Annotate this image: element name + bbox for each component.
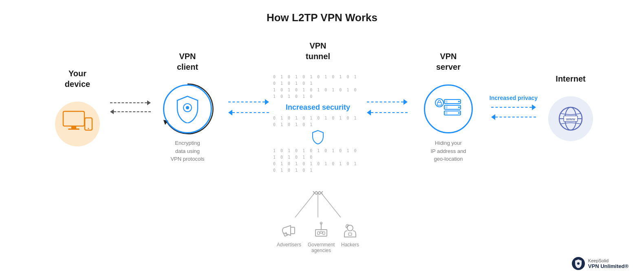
svg-rect-26 [348,233,352,235]
arrow-right-1 [110,100,151,105]
svg-point-43 [577,262,580,265]
government-icon [312,221,330,239]
device-icon [62,111,93,137]
internet-label: Internet [556,73,585,84]
vpn-client-icon-area [163,84,212,133]
advertiser-label: Advertisers [277,242,301,248]
svg-rect-22 [318,232,320,235]
device-column: Yourdevice [45,68,110,146]
tunnel-wrapper: 0 1 0 1 0 1 0 1 0 1 0 1 0 1 0 1 0 1 1 0 … [273,74,363,174]
threat-government: Governmentagencies [308,221,335,253]
svg-point-7 [186,106,189,109]
vpn-client-column: VPNclient Encryptingdata usingVPN protoc… [151,51,224,163]
keepsolid-name: KeepSolid [588,258,629,263]
main-container: How L2TP VPN Works Yourdevice [0,0,644,279]
small-shield-icon-area [311,130,324,146]
svg-rect-1 [71,126,76,128]
vpn-server-column: VPNserver [412,51,485,163]
diagram-area: Yourdevice [0,40,644,174]
svg-point-37 [458,112,460,114]
svg-text:WWW: WWW [566,117,576,121]
threats-section: Advertisers Governmentag [277,185,359,253]
keepsolid-badge: KeepSolid VPN Unlimited® [572,257,629,270]
svg-rect-33 [445,106,448,108]
svg-rect-0 [63,111,84,126]
vpn-tunnel-label: VPNtunnel [306,40,330,62]
increased-privacy-label: Increased privacy [490,95,538,101]
blue-arrow-right-1 [228,99,269,105]
hacker-label: Hackers [341,242,359,248]
internet-icon: WWW [556,104,585,133]
vpn-server-desc: Hiding yourIP address andgeo-location [430,139,466,163]
shield-icon [175,95,200,123]
blue-arrow-left-1 [228,110,269,115]
svg-point-25 [347,225,353,231]
server-icon [434,97,463,121]
small-shield-icon [311,130,324,144]
internet-column: Internet WWW [542,73,599,141]
blue-arrow-right-3 [491,104,536,110]
threat-lines-icon [277,185,359,217]
svg-point-4 [88,128,89,129]
svg-rect-2 [68,128,79,130]
blue-arrow-left-3 [491,114,536,120]
page-title: How L2TP VPN Works [267,11,377,24]
vpn-tunnel-column: VPNtunnel 0 1 0 1 0 1 0 1 0 1 0 1 0 1 0 … [273,40,363,174]
binary-row-4: 1 0 1 0 1 0 1 0 1 0 1 0 1 0 1 0 1 0 [273,148,363,161]
internet-icon-circle: WWW [548,96,593,141]
privacy-block: Increased privacy [485,95,542,120]
keepsolid-product: VPN Unlimited® [588,263,629,269]
vpnclient-to-tunnel-arrows [224,99,273,115]
svg-line-10 [321,193,341,217]
binary-row-5: 0 1 0 1 0 1 0 1 0 1 0 1 0 1 0 1 0 1 [273,161,363,174]
threat-hacker: Hackers [341,221,359,248]
binary-row-1: 0 1 0 1 0 1 0 1 0 1 0 1 0 1 0 1 0 1 [273,74,363,87]
binary-row-2: 1 0 1 0 1 0 1 0 1 0 1 0 1 0 1 0 1 0 [273,87,363,100]
tunnel-to-server-arrows [363,99,412,115]
server-circle [424,84,473,133]
government-label: Governmentagencies [308,242,335,253]
arrow-left-1 [110,109,151,114]
svg-rect-17 [291,227,295,234]
privacy-arrows [491,104,536,120]
keepsolid-logo [572,257,585,270]
keepsolid-text: KeepSolid VPN Unlimited® [588,258,629,269]
advertiser-icon [280,221,298,239]
svg-rect-18 [315,230,327,236]
svg-point-34 [458,106,460,108]
device-icon-circle [55,102,100,146]
svg-point-31 [458,101,460,102]
vpn-client-label: VPNclient [177,51,198,72]
svg-rect-36 [445,112,448,114]
threat-icons-row: Advertisers Governmentag [277,221,359,253]
blue-arrow-left-2 [367,110,408,115]
svg-rect-28 [437,102,441,105]
device-to-vpnclient-arrows [110,100,151,114]
vpn-server-label: VPNserver [436,51,461,72]
increased-security-label: Increased security [286,103,350,112]
svg-rect-24 [320,231,322,233]
blue-arrow-right-2 [367,99,408,105]
keepsolid-shield-icon [574,259,582,268]
vpn-client-desc: Encryptingdata usingVPN protocols [170,139,204,163]
shield-circle [163,84,212,133]
hacker-icon [341,221,359,239]
svg-rect-30 [445,100,448,103]
svg-line-8 [295,193,315,217]
svg-rect-23 [323,232,325,235]
threat-advertiser: Advertisers [277,221,301,248]
device-label: Yourdevice [65,68,90,89]
binary-row-3: 0 1 0 1 0 1 0 1 0 1 0 1 0 1 0 1 0 1 [273,115,363,128]
svg-point-27 [435,99,443,107]
